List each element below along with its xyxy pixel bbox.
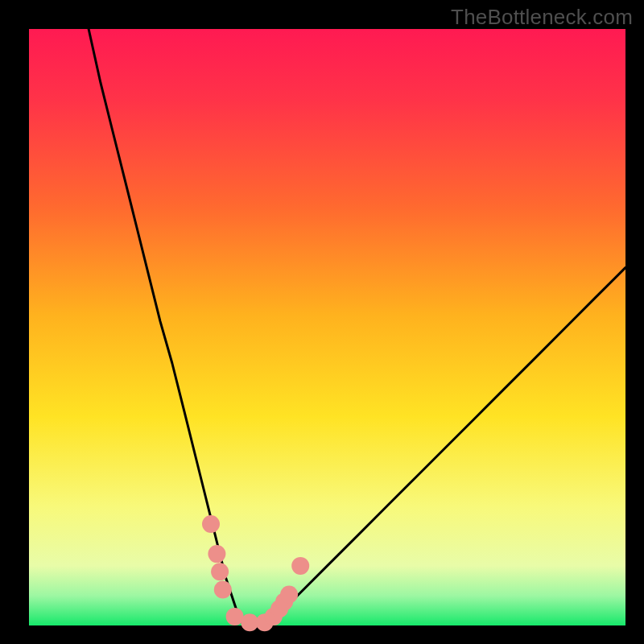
chart-frame: TheBottleneck.com xyxy=(0,0,644,644)
bottleneck-chart xyxy=(0,0,644,644)
curve-marker xyxy=(202,515,220,533)
gradient-background xyxy=(29,29,625,625)
watermark-text: TheBottleneck.com xyxy=(451,5,633,30)
curve-marker xyxy=(280,586,298,604)
curve-marker xyxy=(214,581,232,599)
curve-marker xyxy=(211,563,229,580)
curve-marker xyxy=(208,545,225,563)
curve-marker xyxy=(291,557,309,575)
